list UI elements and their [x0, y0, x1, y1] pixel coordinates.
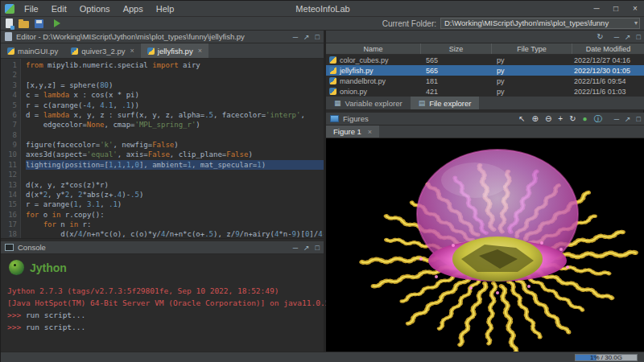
jython-logo-text: Jython — [30, 261, 67, 274]
select-arrow-icon[interactable]: ↖ — [518, 113, 525, 125]
float-panel-icon[interactable]: ↗ — [303, 31, 310, 43]
line-number: 5 — [1, 101, 17, 110]
figure-plot-area[interactable] — [326, 138, 644, 352]
globe-icon[interactable]: ● — [583, 113, 588, 125]
status-bar: 1% / 30.0G — [1, 352, 644, 362]
menu-help[interactable]: Help — [150, 1, 181, 17]
minimize-panel-icon[interactable]: ─ — [293, 31, 298, 43]
file-row[interactable]: jellyfish.py565py2022/12/30 01:05 — [326, 65, 644, 76]
close-icon[interactable]: × — [625, 1, 644, 17]
maximize-panel-icon[interactable]: □ — [637, 31, 641, 43]
line-number: 9 — [1, 140, 17, 150]
new-file-icon[interactable] — [6, 19, 13, 28]
line-number: 8 — [1, 130, 17, 140]
current-folder-group: Current Folder: D:\Working\MIScript\Jyth… — [382, 18, 640, 29]
close-tab-icon[interactable]: × — [198, 47, 202, 55]
line-number: 16 — [1, 210, 17, 220]
console-panel-controls: ─↗□ — [293, 241, 320, 254]
line-number: 18 — [1, 229, 17, 238]
editor-panel: Editor - D:\Working\MIScript\Jython\mis\… — [1, 31, 324, 238]
menu-options[interactable]: Options — [73, 1, 117, 17]
document-icon — [5, 32, 12, 41]
pan-icon[interactable]: + — [558, 113, 563, 125]
editor-panel-controls: ─↗□ — [293, 31, 320, 43]
figures-panel: Figures ↖⊕⊖+↻●ⓘ ─↗□ Figure 1 × — [326, 113, 644, 352]
open-file-icon[interactable] — [19, 21, 29, 28]
editor-tab-quiver3_2.py[interactable]: quiver3_2.py× — [64, 43, 141, 58]
console-line: Jython 2.7.3 (tags/v2.7.3:5f29801fe, Sep… — [7, 285, 317, 297]
meteoinfolab-window: FileEditOptionsAppsHelp MeteoInfoLab ─□×… — [0, 0, 644, 362]
code-line: lighting(position=[1,1,1,0], ambient=1, … — [26, 160, 324, 170]
line-number: 13 — [1, 180, 17, 190]
console-panel: Console ─↗□ Jython Jython 2.7.3 (tags/v2… — [1, 241, 324, 352]
code-lines[interactable]: from mipylib.numeric.special import airy… — [21, 59, 324, 238]
code-line: for o in r.copy(): — [26, 210, 324, 220]
main-toolbar: Current Folder: D:\Working\MIScript\Jyth… — [1, 17, 644, 31]
console-output[interactable]: Jython Jython 2.7.3 (tags/v2.7.3:5f29801… — [1, 254, 324, 336]
float-panel-icon[interactable]: ↗ — [303, 241, 310, 254]
console-icon — [5, 244, 14, 251]
code-line: for n in r: — [26, 220, 324, 229]
prompt-marker: >>> — [7, 323, 26, 331]
explorer-tabs: ▦Variable explorer▤File explorer — [326, 97, 644, 110]
console-line: >>> run script... — [7, 309, 317, 321]
file-row[interactable]: mandelbrot.py181py2022/11/6 09:54 — [326, 76, 644, 86]
file-row[interactable]: onion.py421py2022/11/6 01:03 — [326, 86, 644, 97]
maximize-panel-icon[interactable]: □ — [316, 241, 320, 254]
column-header-date-modified[interactable]: Date Modified — [572, 43, 644, 54]
close-tab-icon[interactable]: × — [130, 47, 134, 55]
menu-edit[interactable]: Edit — [45, 1, 73, 17]
chevron-down-icon[interactable]: ▾ — [634, 19, 638, 28]
column-header-file-type[interactable]: File Type — [492, 43, 572, 54]
run-script-icon[interactable] — [54, 19, 60, 27]
menu-file[interactable]: File — [18, 1, 45, 17]
python-file-icon — [7, 47, 14, 55]
prompt-marker: >>> — [7, 311, 26, 319]
current-folder-value: D:\Working\MIScript\Jython\mis\plot_type… — [444, 19, 609, 27]
line-number: 1 — [1, 60, 17, 70]
minimize-icon[interactable]: ─ — [587, 1, 606, 17]
code-line — [26, 70, 324, 80]
file-explorer-controls: ─↗□ — [614, 31, 641, 43]
column-header-size[interactable]: Size — [421, 43, 492, 54]
close-tab-icon[interactable]: × — [368, 128, 372, 136]
column-header-name[interactable]: Name — [326, 43, 421, 54]
maximize-panel-icon[interactable]: □ — [316, 31, 320, 43]
rotate-icon[interactable]: ↻ — [569, 113, 576, 125]
code-line: figure(facecolor='k', newfig=False) — [26, 140, 324, 150]
float-panel-icon[interactable]: ↗ — [625, 31, 631, 43]
tab-figure-1[interactable]: Figure 1 × — [326, 125, 379, 138]
zoom-in-icon[interactable]: ⊕ — [532, 113, 539, 125]
code-line: r = arange(1, 3.1, .1) — [26, 200, 324, 209]
figure-tabbar: Figure 1 × — [326, 125, 644, 138]
console-panel-title: Console — [18, 243, 46, 252]
editor-tabbar: mainGUI.pyquiver3_2.py×jellyfish.py× — [1, 43, 324, 59]
code-editor[interactable]: 123456789101112131415161718 from mipylib… — [1, 59, 324, 238]
code-line: from mipylib.numeric.special import airy — [26, 60, 324, 70]
identify-icon[interactable]: ⓘ — [594, 113, 602, 125]
maximize-icon[interactable]: □ — [606, 1, 625, 17]
minimize-panel-icon[interactable]: ─ — [614, 113, 619, 125]
python-file-icon — [71, 47, 78, 55]
title-bar: FileEditOptionsAppsHelp MeteoInfoLab ─□× — [1, 1, 644, 17]
figures-icon — [330, 115, 339, 122]
menu-apps[interactable]: Apps — [117, 1, 150, 17]
code-line: [x,y,z] = sphere(80) — [26, 80, 324, 90]
editor-tab-jellyfish.py[interactable]: jellyfish.py× — [141, 43, 208, 58]
tab-variable-explorer[interactable]: ▦Variable explorer — [326, 97, 411, 109]
tab-file-explorer[interactable]: ▤File explorer — [411, 97, 480, 109]
refresh-icon[interactable]: ↻ — [597, 32, 603, 41]
code-line — [26, 130, 324, 140]
editor-tab-mainGUI.py[interactable]: mainGUI.py — [1, 43, 64, 58]
save-icon[interactable] — [35, 19, 43, 28]
minimize-panel-icon[interactable]: ─ — [614, 31, 619, 43]
code-line: d(x*2, y*2, 2*abs(z+.4)-.5) — [26, 190, 324, 200]
zoom-out-icon[interactable]: ⊖ — [545, 113, 551, 125]
maximize-panel-icon[interactable]: □ — [637, 113, 641, 125]
file-row[interactable]: color_cubes.py565py2022/12/27 04:16 — [326, 55, 644, 65]
float-panel-icon[interactable]: ↗ — [625, 113, 631, 125]
python-file-icon — [329, 77, 336, 84]
minimize-panel-icon[interactable]: ─ — [293, 241, 298, 254]
figure-tab-label: Figure 1 — [333, 127, 361, 136]
current-folder-combobox[interactable]: D:\Working\MIScript\Jython\mis\plot_type… — [440, 18, 640, 29]
